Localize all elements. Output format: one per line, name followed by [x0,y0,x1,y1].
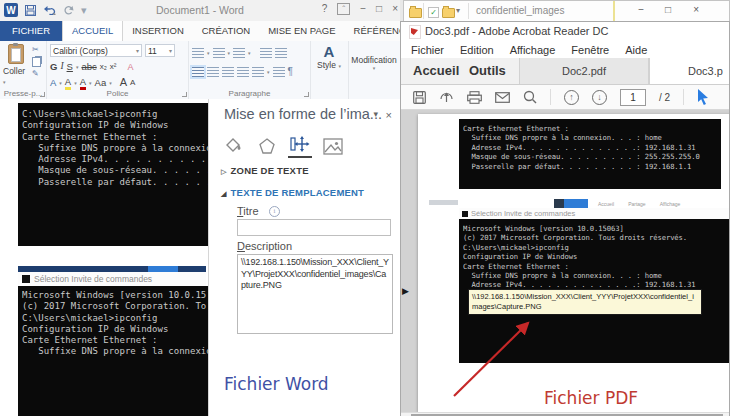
bullet-list-icon[interactable] [192,48,204,58]
share-upload-icon[interactable] [439,90,454,104]
decrease-indent-icon[interactable] [260,48,272,58]
dialog-launcher-icon[interactable] [304,92,309,97]
dialog-launcher-icon[interactable] [40,92,45,97]
group-paragraphe: ▾ ▾ ▾ ▾ ¶ Paragraphe [189,41,311,99]
ribbon-display-options-icon[interactable]: ⌃ [337,3,350,15]
page-number-input[interactable]: 1 [620,89,646,106]
align-right-icon[interactable] [222,67,234,77]
font-size-select[interactable]: 11▾ [145,44,175,57]
close-button[interactable]: × [392,3,398,15]
close-button[interactable]: × [693,4,699,15]
font-name-select[interactable]: Calibri (Corps)▾ [50,44,142,57]
underline-button[interactable]: S [67,61,73,72]
tab-references[interactable]: RÉFÉRENCES [345,21,400,41]
modification-button[interactable]: Modification ▾ [352,44,396,82]
group-presse-papiers: Coller ▾ ✂ ✎ Presse-p... [0,41,47,99]
document-tab-doc2[interactable]: Doc2.pdf [519,58,649,84]
minimize-button[interactable]: − [360,3,366,15]
effects-tab[interactable] [255,134,279,158]
change-case-button[interactable]: Aa [95,77,107,88]
previous-page-icon[interactable]: ↑ [564,90,579,105]
tab-outils[interactable]: Outils [469,63,506,78]
italic-button[interactable]: I [60,61,63,72]
console-line: C:\Users\mickael>ipconfig [463,243,729,252]
paste-button[interactable]: Coller ▾ [3,44,29,86]
bold-button[interactable]: G [50,61,57,72]
cut-icon[interactable]: ✂ [32,46,41,54]
line-spacing-icon[interactable] [252,67,264,77]
align-center-icon[interactable] [207,67,219,77]
divider [550,89,551,105]
print-icon[interactable] [467,91,482,104]
pane-dropdown-icon[interactable]: ▾ [373,109,378,119]
shading-icon[interactable] [273,67,285,77]
console-line: Configuration IP de Windows [22,120,208,131]
tab-accueil[interactable]: Accueil [413,63,459,78]
justify-icon[interactable] [237,67,249,77]
group-police: Calibri (Corps)▾ 11▾ G I S▾ abc x₂ x² A … [47,41,189,99]
font-color-button[interactable]: A [80,76,86,90]
pilcrow-icon[interactable]: ¶ [288,66,293,77]
email-icon[interactable] [495,92,510,103]
qat-dropdown-icon[interactable]: ▾ [456,6,460,15]
superscript-button[interactable]: x² [110,61,117,72]
word-document-area[interactable]: C:\Users\mickael>ipconfigConfiguration I… [0,99,208,416]
divider [683,89,684,105]
horizontal-scrollbar[interactable] [401,412,729,416]
acrobat-menubar[interactable]: FichierEditionAffichageFenêtreAide [401,41,729,58]
titre-input[interactable] [237,219,391,236]
strikethrough-button[interactable]: abc [81,61,96,72]
fill-line-tab[interactable] [222,134,246,158]
pane-title: Mise en forme de l’ima... [224,106,382,122]
tab-insertion[interactable]: INSERTION [123,21,193,41]
maximize-button[interactable]: □ [376,3,382,15]
section-zone-de-texte[interactable]: ▷ZONE DE TEXTE [221,165,309,176]
subscript-button[interactable]: x₂ [100,61,107,72]
tab-accueil[interactable]: ACCUEIL [62,21,123,41]
numbered-list-icon[interactable] [213,48,225,58]
copy-icon[interactable] [32,57,41,67]
description-textarea[interactable]: \\192.168.1.150\Mission_XXX\Client_YYY\P… [237,254,393,334]
document-tab-doc3[interactable]: Doc3.p [649,58,730,84]
select-cursor-icon[interactable] [697,89,709,105]
acrobat-window-title: Doc3.pdf - Adobe Acrobat Reader DC [425,25,608,37]
layout-properties-tab[interactable] [288,132,312,158]
tab-fichier[interactable]: FICHIER [0,21,62,41]
console-line: C:\Users\mickael>ipconfig [22,109,208,120]
explorer-file-tab-fragment [564,199,588,208]
pdf-document-area[interactable]: ▶ Carte Ethernet Ethernet : Suffixe DNS … [401,110,729,412]
format-painter-icon[interactable]: ✎ [32,70,41,78]
picture-tab[interactable] [321,134,345,158]
word-ribbon-tabs: FICHIER ACCUEIL INSERTION CRÉATION MISE … [0,21,400,41]
cmd-window-titlebar: Sélection Invite de commandes [18,272,206,287]
help-icon[interactable]: ? [322,3,328,15]
increase-indent-icon[interactable] [275,48,287,58]
next-page-icon[interactable]: ↓ [592,90,607,105]
multilevel-list-icon[interactable] [233,48,245,58]
info-icon[interactable]: i [269,206,280,217]
align-left-icon[interactable] [192,67,204,77]
save-icon[interactable] [413,91,426,104]
style-button[interactable]: A Style ▾ [314,44,344,70]
tab-creation[interactable]: CRÉATION [193,21,259,41]
folder-icon[interactable] [442,8,455,18]
dialog-launcher-icon[interactable] [182,92,187,97]
maximize-button[interactable]: □ [665,4,671,15]
checkmark-icon[interactable]: ✓ [428,7,439,18]
shrink-font-button[interactable]: A [130,77,135,88]
menu-item: Affichage [510,44,556,56]
tab-mise-en-page[interactable]: MISE EN PAGE [259,21,344,41]
section-texte-de-remplacement[interactable]: ◢TEXTE DE REMPLACEMENT [221,187,364,198]
minimize-button[interactable]: − [638,4,644,15]
console-line: Adresse IPv4. . . . . . . . . . . [22,154,208,165]
clear-formatting-icon[interactable]: A [128,62,134,72]
grow-font-button[interactable]: A [120,77,127,88]
collapsed-triangle-icon: ▷ [221,168,227,175]
pane-close-icon[interactable]: × [386,109,392,121]
explorer-fragment [429,200,458,205]
search-icon[interactable] [523,90,537,104]
nav-pane-toggle-icon[interactable]: ▶ [402,286,409,296]
text-effects-button[interactable]: A [50,77,56,88]
highlight-color-button[interactable]: A [65,76,71,90]
console-line: C:\Users\mickael>ipconfig [22,313,208,324]
